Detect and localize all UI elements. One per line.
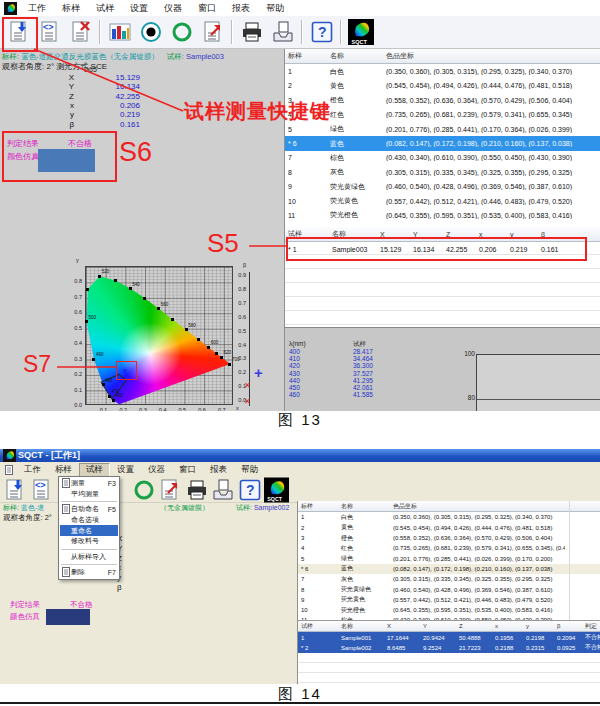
menu-item-窗口[interactable]: 窗口 xyxy=(172,464,203,476)
column-header: β xyxy=(538,231,600,238)
spectral-row[interactable]: 44041.295 xyxy=(285,377,435,384)
sample-point-marker: × xyxy=(123,366,128,375)
table-row[interactable]: 5绿色(0.201, 0.776), (0.285, 0.441), (0.02… xyxy=(298,553,600,563)
beta-x-marker-1: ✕ xyxy=(244,381,251,390)
sqct-logo-icon[interactable]: SQCT xyxy=(264,477,289,502)
cell: 0.219 xyxy=(507,246,538,253)
calibrate-ring-icon[interactable] xyxy=(131,477,156,502)
table-row[interactable]: 4红色(0.735, 0.265), (0.681, 0.239), (0.57… xyxy=(298,543,600,553)
cell: 7 xyxy=(285,154,327,161)
menu-item-报表[interactable]: 报表 xyxy=(203,464,234,476)
menu-item-label: 命名选项 xyxy=(71,515,118,525)
locus-wavelength-label: 460 xyxy=(115,393,123,398)
table-row[interactable]: 2黄色(0.545, 0.454), (0.494, 0.426), (0.44… xyxy=(285,79,600,93)
table-row[interactable]: 9荧光黄色(0.557, 0.442), (0.512, 0.421), (0.… xyxy=(298,595,600,605)
tristimulus-label: X xyxy=(60,73,74,82)
measure-dot-icon[interactable] xyxy=(137,19,164,46)
export-doc-icon[interactable] xyxy=(158,477,183,502)
table-row[interactable]: 11荧光橙色(0.645, 0.355), (0.595, 0.351), (0… xyxy=(285,208,600,222)
cell: 0.206 xyxy=(476,246,507,253)
print-icon[interactable] xyxy=(238,19,265,46)
app-icon xyxy=(2,2,18,14)
menu-item-测量[interactable]: 测量F3 xyxy=(60,478,118,489)
save-icon[interactable] xyxy=(211,477,236,502)
cell: 0.1956 xyxy=(492,635,523,641)
table-row[interactable]: 10荧光橙色(0.645, 0.355), (0.595, 0.351), (0… xyxy=(298,605,600,615)
spectral-row[interactable]: 45042.061 xyxy=(285,384,435,391)
menu-item-自动命名[interactable]: 自动命名F5 xyxy=(60,504,118,515)
column-header: Y xyxy=(410,231,443,238)
measure-sample-icon[interactable] xyxy=(2,477,27,502)
menu-item-报表[interactable]: 报表 xyxy=(224,2,258,15)
menu-item-删除[interactable]: 删除F7 xyxy=(60,567,118,578)
print-icon[interactable] xyxy=(184,477,209,502)
judge-result-value: 不合格 xyxy=(68,138,92,149)
menu-item-命名选项[interactable]: 命名选项 xyxy=(60,515,118,526)
table-row[interactable]: 8荧光黄绿色(0.460, 0.540), (0.428, 0.496), (0… xyxy=(298,584,600,594)
compare-icon[interactable]: <> xyxy=(36,19,63,46)
menu-item-帮助[interactable]: 帮助 xyxy=(234,464,265,476)
menu-item-试样[interactable]: 试样 xyxy=(79,463,110,477)
table-row[interactable]: * 2Sample0028.64859.252421.72230.21880.2… xyxy=(298,643,600,653)
delete-sample-icon[interactable] xyxy=(67,19,94,46)
table-row[interactable]: 9荧光黄绿色(0.460, 0.540), (0.428, 0.496), (0… xyxy=(285,180,600,194)
table-row[interactable]: 2黄色(0.545, 0.454), (0.494, 0.426), (0.44… xyxy=(298,523,600,533)
spectral-row[interactable]: 40028.417 xyxy=(285,348,435,355)
spectral-row[interactable]: 43037.527 xyxy=(285,370,435,377)
menu-item-工作[interactable]: 工作 xyxy=(20,2,54,15)
menu-item-试样[interactable]: 试样 xyxy=(88,2,122,15)
menu-item-设置[interactable]: 设置 xyxy=(122,2,156,15)
table-row[interactable]: 1白色(0.350, 0.360), (0.305, 0.315), (0.29… xyxy=(298,512,600,522)
help-icon[interactable]: ? xyxy=(237,477,262,502)
table-row[interactable]: 10荧光黄色(0.557, 0.442), (0.512, 0.421), (0… xyxy=(285,194,600,208)
table-row[interactable]: * 6蓝色(0.082, 0.147), (0.172, 0.198), (0.… xyxy=(285,136,600,150)
menu-item-窗口[interactable]: 窗口 xyxy=(190,2,224,15)
help-icon[interactable]: ? xyxy=(308,19,335,46)
spectral-row[interactable]: 41034.464 xyxy=(285,355,435,362)
table-row[interactable]: 7棕色(0.430, 0.340), (0.610, 0.390), (0.55… xyxy=(285,151,600,165)
table-row[interactable]: 4红色(0.735, 0.265), (0.681, 0.239), (0.57… xyxy=(285,108,600,122)
calibrate-ring-icon[interactable] xyxy=(168,19,195,46)
table-row[interactable]: 1白色(0.350, 0.360), (0.305, 0.315), (0.29… xyxy=(285,64,600,78)
measure-sample-icon[interactable] xyxy=(5,19,32,46)
menu-item-从标样导入[interactable]: 从标样导入 xyxy=(60,552,118,563)
save-icon[interactable] xyxy=(269,19,296,46)
spectral-row[interactable]: 42036.300 xyxy=(285,362,435,369)
color-simulation-swatch xyxy=(38,149,95,172)
table-row[interactable]: * 1Sample00315.12916.13442.2550.2060.219… xyxy=(285,242,600,256)
tristimulus-row: y0.219 xyxy=(60,110,140,119)
menu-item-标样[interactable]: 标样 xyxy=(54,2,88,15)
table-row[interactable]: 3橙色(0.558, 0.352), (0.636, 0.364), (0.57… xyxy=(298,533,600,543)
compare-icon[interactable]: <> xyxy=(29,477,54,502)
spectral-row[interactable]: 46041.585 xyxy=(285,391,435,398)
cell: 2 xyxy=(298,525,338,531)
cell: (0.558, 0.352), (0.636, 0.364), (0.570, … xyxy=(383,97,600,104)
locus-dot xyxy=(129,287,132,290)
cell: 3 xyxy=(285,97,327,104)
menu-item-平均测量[interactable]: 平均测量 xyxy=(60,489,118,500)
table-row[interactable]: 7灰色(0.305, 0.315), (0.335, 0.345), (0.32… xyxy=(298,574,600,584)
menu-item-仪器[interactable]: 仪器 xyxy=(141,464,172,476)
column-header: Z xyxy=(456,623,492,629)
menu-item-设置[interactable]: 设置 xyxy=(110,464,141,476)
sqct-logo-icon[interactable]: SQCT xyxy=(347,19,374,46)
menu-item-帮助[interactable]: 帮助 xyxy=(258,2,292,15)
locus-dot xyxy=(85,320,88,323)
cie-y-tick: 0.2 xyxy=(62,371,82,377)
menu-item-重命名[interactable]: 重命名 xyxy=(60,525,118,536)
menu-item-标样[interactable]: 标样 xyxy=(48,464,79,476)
locus-wavelength-label: 520 xyxy=(102,269,110,274)
menu-item-修改料号[interactable]: 修改料号 xyxy=(60,536,118,547)
table-row[interactable]: 8灰色(0.305, 0.315), (0.335, 0.345), (0.32… xyxy=(285,165,600,179)
table-row[interactable]: 3橙色(0.558, 0.352), (0.636, 0.364), (0.57… xyxy=(285,93,600,107)
column-header: β xyxy=(554,623,582,629)
table-row[interactable]: 1Sample00117.164420.942450.48880.19560.2… xyxy=(298,632,600,642)
table-row[interactable]: 5绿色(0.201, 0.776), (0.285, 0.441), (0.17… xyxy=(285,122,600,136)
column-header: X xyxy=(377,231,410,238)
export-doc-icon[interactable] xyxy=(199,19,226,46)
sample-spectral-value: 42.061 xyxy=(353,384,393,391)
menu-item-仪器[interactable]: 仪器 xyxy=(156,2,190,15)
color-bars-icon[interactable] xyxy=(106,19,133,46)
table-row[interactable]: * 6蓝色(0.082, 0.147), (0.172, 0.198), (0.… xyxy=(298,564,600,574)
menu-item-工作[interactable]: 工作 xyxy=(17,464,48,476)
